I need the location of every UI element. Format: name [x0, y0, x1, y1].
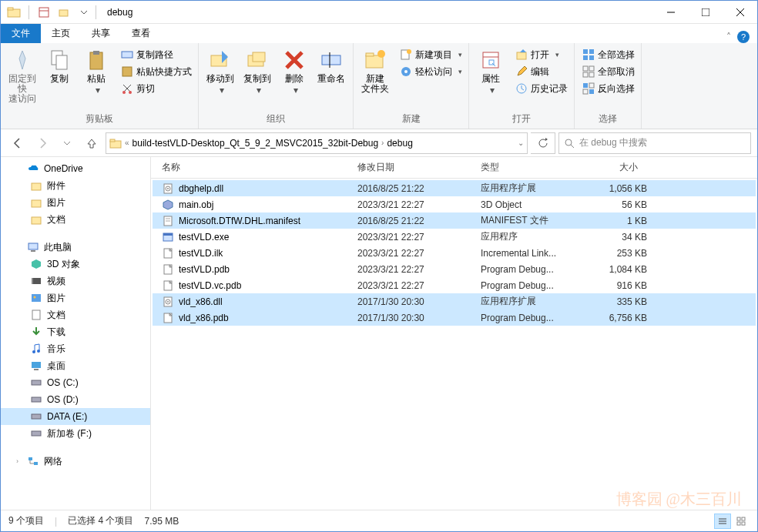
- file-row[interactable]: vld_x86.dll2017/1/30 20:30应用程序扩展335 KB: [153, 293, 756, 309]
- back-button[interactable]: [7, 132, 29, 154]
- file-row[interactable]: testVLD.pdb2023/3/21 22:27Program Debug.…: [153, 261, 756, 277]
- nav-pics2[interactable]: 图片: [1, 289, 150, 306]
- nav-osc[interactable]: OS (C:): [1, 374, 150, 391]
- select-all-button[interactable]: 全部选择: [579, 46, 638, 63]
- pin-button[interactable]: 固定到快速访问: [4, 46, 41, 106]
- file-size: 56 KB: [573, 199, 647, 210]
- column-headers[interactable]: 名称 修改日期 类型 大小: [151, 157, 757, 179]
- file-row[interactable]: testVLD.vc.pdb2023/3/21 22:27Program Deb…: [153, 277, 756, 293]
- svg-rect-1: [8, 8, 13, 10]
- view-icons-button[interactable]: [733, 514, 750, 529]
- svg-rect-90: [737, 522, 740, 525]
- cut-button[interactable]: 剪切: [118, 80, 195, 97]
- forward-button[interactable]: [32, 132, 53, 154]
- chevron-left-icon[interactable]: «: [125, 139, 129, 147]
- svg-point-72: [167, 188, 169, 189]
- col-size[interactable]: 大小: [568, 161, 642, 174]
- nav-osd[interactable]: OS (D:): [1, 391, 150, 408]
- window-title: debug: [107, 7, 132, 18]
- svg-rect-36: [583, 55, 588, 60]
- tab-share[interactable]: 共享: [81, 24, 121, 43]
- invert-selection-button[interactable]: 反向选择: [579, 80, 638, 97]
- nav-datae[interactable]: DATA (E:): [1, 408, 150, 425]
- maximize-button[interactable]: [688, 2, 723, 23]
- nav-attach[interactable]: 附件: [1, 177, 150, 194]
- svg-rect-14: [122, 67, 132, 76]
- file-row[interactable]: dbghelp.dll2016/8/25 21:22应用程序扩展1,056 KB: [153, 180, 756, 196]
- file-row[interactable]: Microsoft.DTfW.DHL.manifest2016/8/25 21:…: [153, 212, 756, 229]
- svg-rect-40: [583, 72, 588, 77]
- group-open-label: 打开: [472, 112, 571, 127]
- status-size: 7.95 MB: [144, 516, 179, 527]
- svg-rect-65: [32, 397, 41, 402]
- svg-rect-68: [29, 457, 32, 460]
- copy-path-button[interactable]: 复制路径: [118, 46, 195, 63]
- delete-button[interactable]: 删除▾: [276, 46, 313, 97]
- file-row[interactable]: vld_x86.pdb2017/1/30 20:30Program Debug.…: [153, 309, 756, 326]
- tab-view[interactable]: 查看: [121, 24, 161, 43]
- file-row[interactable]: testVLD.ilk2023/3/21 22:27Incremental Li…: [153, 245, 756, 261]
- select-none-button[interactable]: 全部取消: [579, 63, 638, 80]
- nav-onedrive[interactable]: OneDrive: [1, 160, 150, 177]
- breadcrumb-1[interactable]: build-testVLD-Desktop_Qt_5_9_2_MSVC2015_…: [132, 138, 379, 149]
- nav-docs2[interactable]: 文档: [1, 306, 150, 323]
- nav-down[interactable]: 下载: [1, 323, 150, 340]
- nav-pics[interactable]: 图片: [1, 194, 150, 211]
- file-row[interactable]: testVLD.exe2023/3/21 22:27应用程序34 KB: [153, 229, 756, 245]
- copy-button[interactable]: 复制: [41, 46, 78, 85]
- file-row[interactable]: main.obj2023/3/21 22:273D Object56 KB: [153, 196, 756, 212]
- nav-thispc[interactable]: 此电脑: [1, 239, 150, 256]
- paste-shortcut-button[interactable]: 粘贴快捷方式: [118, 63, 195, 80]
- close-button[interactable]: [723, 2, 757, 23]
- col-name[interactable]: 名称: [157, 161, 353, 174]
- open-button[interactable]: 打开▾: [512, 46, 571, 63]
- up-button[interactable]: [81, 132, 102, 154]
- refresh-button[interactable]: [531, 132, 555, 154]
- help-icon[interactable]: ?: [737, 31, 750, 43]
- ribbon: 固定到快速访问 复制 粘贴▾ 复制路径 粘贴快捷方式 剪切 剪贴板 移动到▾ 复…: [1, 43, 757, 129]
- breadcrumb-2[interactable]: debug: [387, 138, 412, 149]
- qat-properties-icon[interactable]: [35, 4, 52, 21]
- nav-music[interactable]: 音乐: [1, 340, 150, 357]
- history-button[interactable]: 历史记录: [512, 80, 571, 97]
- file-date: 2023/3/21 22:27: [357, 199, 481, 210]
- nav-newf[interactable]: 新加卷 (F:): [1, 425, 150, 442]
- moveto-button[interactable]: 移动到▾: [202, 46, 239, 97]
- copyto-button[interactable]: 复制到▾: [239, 46, 276, 97]
- qat-dropdown-icon[interactable]: [75, 4, 92, 21]
- file-size: 253 KB: [573, 248, 647, 259]
- new-item-button[interactable]: 新建项目▾: [397, 46, 465, 63]
- svg-rect-53: [29, 243, 38, 249]
- col-type[interactable]: 类型: [476, 161, 568, 174]
- tab-file[interactable]: 文件: [1, 24, 41, 43]
- tab-home[interactable]: 主页: [41, 24, 81, 43]
- view-details-button[interactable]: [714, 514, 731, 529]
- chevron-down-icon[interactable]: ⌄: [518, 139, 524, 147]
- collapse-ribbon-icon[interactable]: ˄: [726, 32, 731, 42]
- search-input[interactable]: 在 debug 中搜索: [558, 132, 751, 154]
- file-list[interactable]: dbghelp.dll2016/8/25 21:22应用程序扩展1,056 KB…: [151, 179, 757, 510]
- nav-tree[interactable]: OneDrive 附件 图片 文档 此电脑 3D 对象 视频 图片 文档 下载 …: [1, 157, 151, 510]
- qat-newfolder-icon[interactable]: [55, 4, 72, 21]
- group-select-label: 选择: [578, 112, 638, 127]
- recent-dropdown[interactable]: [56, 132, 78, 154]
- newfolder-button[interactable]: 新建文件夹: [357, 46, 394, 95]
- svg-rect-34: [583, 49, 588, 54]
- nav-video[interactable]: 视频: [1, 273, 150, 289]
- minimize-button[interactable]: [653, 2, 688, 23]
- address-bar[interactable]: « build-testVLD-Desktop_Qt_5_9_2_MSVC201…: [106, 132, 528, 154]
- nav-network[interactable]: ›网络: [1, 453, 150, 470]
- easy-access-button[interactable]: 轻松访问▾: [397, 63, 465, 80]
- file-type: Program Debug...: [481, 280, 573, 291]
- svg-rect-13: [122, 52, 132, 58]
- nav-3d[interactable]: 3D 对象: [1, 256, 150, 273]
- edit-button[interactable]: 编辑: [512, 63, 571, 80]
- nav-docs[interactable]: 文档: [1, 211, 150, 228]
- search-icon: [564, 138, 575, 149]
- rename-button[interactable]: 重命名: [313, 46, 350, 85]
- nav-desktop[interactable]: 桌面: [1, 357, 150, 374]
- file-name: vld_x86.dll: [179, 296, 357, 307]
- col-date[interactable]: 修改日期: [353, 161, 476, 174]
- properties-button[interactable]: 属性▾: [472, 46, 509, 97]
- paste-button[interactable]: 粘贴▾: [78, 46, 115, 97]
